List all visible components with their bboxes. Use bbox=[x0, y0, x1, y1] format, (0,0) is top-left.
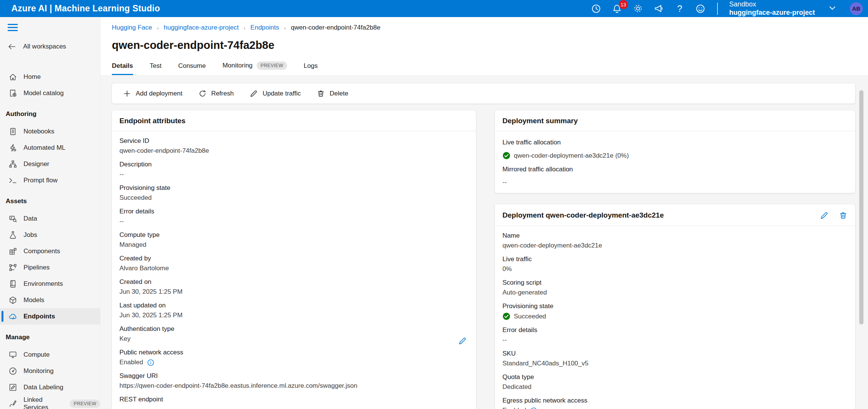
field-last-updated-on: Last updated on Jun 30, 2025 1:25 PM bbox=[119, 302, 468, 319]
sidebar-item-endpoints[interactable]: Endpoints bbox=[0, 308, 100, 324]
pipelines-icon bbox=[8, 263, 17, 272]
monitoring-gauge-icon bbox=[8, 367, 17, 376]
workspace-chevron-down-icon[interactable] bbox=[828, 3, 837, 14]
delete-button[interactable]: Delete bbox=[309, 83, 356, 103]
sidebar-item-label: Home bbox=[24, 73, 41, 81]
sidebar-section-authoring: Authoring bbox=[0, 101, 100, 123]
components-icon bbox=[8, 247, 17, 256]
tab-monitoring[interactable]: MonitoringPREVIEW bbox=[223, 61, 287, 75]
settings-gear-icon[interactable] bbox=[633, 3, 643, 14]
top-app-bar: Azure AI | Machine Learning Studio 13 ? … bbox=[0, 0, 868, 17]
refresh-button[interactable]: Refresh bbox=[190, 83, 242, 103]
sidebar-item-notebooks[interactable]: Notebooks bbox=[0, 123, 100, 139]
field-egress-public-network-access: Egress public network access Enabled bbox=[502, 397, 848, 409]
edit-authentication-pencil-icon[interactable] bbox=[458, 337, 467, 347]
page-title: qwen-coder-endpoint-74fa2b8e bbox=[112, 39, 868, 52]
content-area: Add deployment Refresh Update traffic De… bbox=[100, 75, 868, 409]
notebooks-icon bbox=[8, 127, 17, 136]
update-traffic-button[interactable]: Update traffic bbox=[242, 83, 309, 103]
workspace-selector[interactable]: Sandbox huggingface-azure-project bbox=[729, 0, 815, 16]
user-avatar[interactable]: AB bbox=[850, 2, 863, 15]
sidebar-item-label: Monitoring bbox=[24, 367, 53, 375]
tab-logs[interactable]: Logs bbox=[304, 62, 318, 75]
field-scoring-script: Scoring script Auto-generated bbox=[502, 279, 848, 296]
sidebar-item-designer[interactable]: Designer bbox=[0, 156, 100, 172]
sidebar-item-data[interactable]: Data bbox=[0, 210, 100, 227]
sidebar-item-components[interactable]: Components bbox=[0, 243, 100, 259]
panel-title: Deployment summary bbox=[502, 117, 578, 125]
sidebar-item-model-catalog[interactable]: Model catalog bbox=[0, 85, 100, 101]
sidebar-item-label: Endpoints bbox=[24, 313, 55, 320]
add-deployment-button[interactable]: Add deployment bbox=[115, 83, 190, 103]
command-toolbar: Add deployment Refresh Update traffic De… bbox=[112, 83, 855, 103]
vertical-scrollbar[interactable] bbox=[859, 90, 863, 324]
breadcrumb-separator: › bbox=[157, 25, 159, 31]
sidebar-item-jobs[interactable]: Jobs bbox=[0, 227, 100, 243]
sidebar-item-label: Model catalog bbox=[24, 89, 64, 97]
sidebar-item-automated-ml[interactable]: Automated ML bbox=[0, 139, 100, 156]
all-workspaces-back-link[interactable]: All workspaces bbox=[0, 34, 100, 58]
left-navigation-sidebar: All workspaces Home Model catalog Author… bbox=[0, 17, 100, 409]
field-created-by: Created by Alvaro Bartolome bbox=[119, 255, 468, 272]
automated-ml-icon bbox=[8, 143, 17, 152]
deployment-detail-panel: Deployment qwen-coder-deployment-ae3dc21… bbox=[495, 204, 855, 409]
edit-deployment-pencil-icon[interactable] bbox=[819, 211, 829, 220]
field-created-on: Created on Jun 30, 2025 1:25 PM bbox=[119, 278, 468, 296]
data-labeling-icon bbox=[8, 383, 17, 392]
announcements-megaphone-icon[interactable] bbox=[654, 3, 664, 14]
feedback-smiley-icon[interactable] bbox=[695, 3, 706, 14]
help-question-icon[interactable]: ? bbox=[675, 3, 685, 14]
mirrored-traffic-allocation-label: Mirrored traffic allocation bbox=[502, 166, 848, 173]
endpoints-cloud-icon bbox=[8, 312, 17, 321]
sidebar-item-label: Notebooks bbox=[24, 128, 54, 135]
sidebar-item-models[interactable]: Models bbox=[0, 292, 100, 308]
field-swagger-uri: Swagger URI https://qwen-coder-endpoint-… bbox=[119, 372, 468, 390]
jobs-flask-icon bbox=[8, 230, 17, 240]
breadcrumb-endpoints[interactable]: Endpoints bbox=[250, 24, 279, 31]
info-icon[interactable] bbox=[530, 407, 537, 409]
sidebar-item-monitoring[interactable]: Monitoring bbox=[0, 363, 100, 379]
breadcrumb-current: qwen-coder-endpoint-74fa2b8e bbox=[291, 24, 380, 31]
delete-deployment-trash-icon[interactable] bbox=[838, 211, 848, 220]
app-title: Azure AI | Machine Learning Studio bbox=[11, 3, 160, 14]
sidebar-item-pipelines[interactable]: Pipelines bbox=[0, 259, 100, 276]
breadcrumb-project[interactable]: huggingface-azure-project bbox=[164, 24, 239, 31]
breadcrumb-separator: › bbox=[243, 25, 245, 31]
back-arrow-icon bbox=[8, 42, 17, 51]
sidebar-item-label: Components bbox=[24, 248, 60, 255]
home-icon bbox=[8, 72, 17, 81]
designer-icon bbox=[8, 160, 17, 169]
sidebar-item-environments[interactable]: Environments bbox=[0, 276, 100, 292]
field-description: Description -- bbox=[119, 161, 468, 178]
sidebar-item-label: Environments bbox=[24, 280, 63, 288]
field-sku: SKU Standard_NC40ads_H100_v5 bbox=[502, 350, 848, 367]
workspace-environment: Sandbox bbox=[729, 0, 815, 8]
sidebar-item-label: Linked Services bbox=[24, 396, 64, 409]
refresh-icon bbox=[198, 89, 207, 98]
hamburger-menu-icon[interactable] bbox=[0, 22, 23, 34]
breadcrumb-separator: › bbox=[284, 25, 286, 31]
sidebar-item-home[interactable]: Home bbox=[0, 69, 100, 85]
tab-consume[interactable]: Consume bbox=[178, 62, 206, 75]
sidebar-item-compute[interactable]: Compute bbox=[0, 346, 100, 363]
breadcrumb-hugging-face[interactable]: Hugging Face bbox=[112, 24, 152, 31]
pencil-icon bbox=[250, 89, 258, 98]
history-clock-icon[interactable] bbox=[591, 3, 601, 14]
field-public-network-access: Public network access Enabled bbox=[119, 349, 468, 366]
sidebar-item-label: Compute bbox=[24, 351, 50, 359]
trash-icon bbox=[317, 89, 325, 98]
tab-details[interactable]: Details bbox=[112, 62, 133, 75]
sidebar-item-prompt-flow[interactable]: Prompt flow bbox=[0, 172, 100, 188]
sidebar-item-label: Models bbox=[24, 296, 44, 304]
data-icon bbox=[8, 214, 17, 223]
info-icon[interactable] bbox=[147, 359, 154, 366]
sidebar-item-data-labeling[interactable]: Data Labeling bbox=[0, 379, 100, 395]
sidebar-item-linked-services[interactable]: Linked Services PREVIEW bbox=[0, 395, 100, 409]
sidebar-item-label: Data bbox=[24, 215, 37, 223]
tab-test[interactable]: Test bbox=[150, 62, 162, 75]
field-service-id: Service ID qwen-coder-endpoint-74fa2b8e bbox=[119, 137, 468, 155]
sidebar-item-label: Prompt flow bbox=[24, 177, 58, 184]
live-traffic-allocation-label: Live traffic allocation bbox=[502, 139, 848, 146]
preview-badge: PREVIEW bbox=[257, 61, 287, 70]
notifications-bell-icon[interactable]: 13 bbox=[612, 3, 622, 14]
